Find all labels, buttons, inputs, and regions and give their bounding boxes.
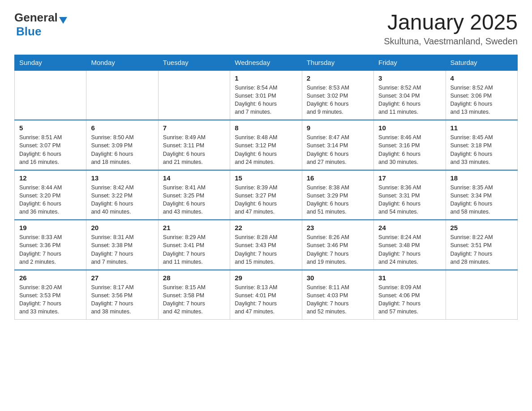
day-info: Sunrise: 8:15 AM Sunset: 3:58 PM Dayligh… [163,283,225,316]
day-number: 14 [163,174,225,182]
calendar-subtitle: Skultuna, Vaestmanland, Sweden [384,36,518,47]
day-info: Sunrise: 8:47 AM Sunset: 3:14 PM Dayligh… [307,133,369,166]
week-row-3: 12Sunrise: 8:44 AM Sunset: 3:20 PM Dayli… [15,170,518,220]
page-header: General Blue January 2025 Skultuna, Vaes… [14,11,518,47]
calendar-cell: 13Sunrise: 8:42 AM Sunset: 3:22 PM Dayli… [86,170,158,220]
day-number: 26 [19,274,82,282]
calendar-cell: 19Sunrise: 8:33 AM Sunset: 3:36 PM Dayli… [15,220,86,270]
logo: General Blue [14,11,67,39]
calendar-cell [15,70,86,120]
calendar-cell [86,70,158,120]
calendar-cell: 2Sunrise: 8:53 AM Sunset: 3:02 PM Daylig… [302,70,373,120]
day-info: Sunrise: 8:09 AM Sunset: 4:06 PM Dayligh… [378,283,441,316]
day-info: Sunrise: 8:13 AM Sunset: 4:01 PM Dayligh… [235,283,297,316]
day-info: Sunrise: 8:39 AM Sunset: 3:27 PM Dayligh… [235,184,297,216]
day-info: Sunrise: 8:51 AM Sunset: 3:07 PM Dayligh… [19,133,82,166]
day-number: 17 [378,174,441,182]
calendar-cell: 10Sunrise: 8:46 AM Sunset: 3:16 PM Dayli… [374,120,446,170]
day-number: 13 [91,174,153,182]
day-number: 4 [450,74,513,82]
day-number: 1 [235,74,297,82]
header-sunday: Sunday [15,55,86,70]
calendar-cell: 8Sunrise: 8:48 AM Sunset: 3:12 PM Daylig… [230,120,302,170]
calendar-cell: 26Sunrise: 8:20 AM Sunset: 3:53 PM Dayli… [15,270,86,320]
calendar-cell [158,70,230,120]
week-row-5: 26Sunrise: 8:20 AM Sunset: 3:53 PM Dayli… [15,270,518,320]
calendar-cell: 28Sunrise: 8:15 AM Sunset: 3:58 PM Dayli… [158,270,230,320]
day-info: Sunrise: 8:42 AM Sunset: 3:22 PM Dayligh… [91,184,153,216]
day-info: Sunrise: 8:49 AM Sunset: 3:11 PM Dayligh… [163,133,225,166]
day-number: 18 [450,174,513,182]
day-info: Sunrise: 8:52 AM Sunset: 3:04 PM Dayligh… [378,84,441,116]
calendar-cell: 17Sunrise: 8:36 AM Sunset: 3:31 PM Dayli… [374,170,446,220]
day-number: 31 [378,274,441,282]
day-number: 24 [378,224,441,231]
day-number: 27 [91,274,153,282]
calendar-cell: 18Sunrise: 8:35 AM Sunset: 3:34 PM Dayli… [446,170,517,220]
calendar-cell: 20Sunrise: 8:31 AM Sunset: 3:38 PM Dayli… [86,220,158,270]
calendar-cell: 5Sunrise: 8:51 AM Sunset: 3:07 PM Daylig… [15,120,86,170]
logo-blue-text: Blue [16,25,41,39]
day-info: Sunrise: 8:46 AM Sunset: 3:16 PM Dayligh… [378,133,441,166]
calendar-cell: 7Sunrise: 8:49 AM Sunset: 3:11 PM Daylig… [158,120,230,170]
day-number: 8 [235,124,297,132]
calendar-header: SundayMondayTuesdayWednesdayThursdayFrid… [15,55,518,70]
day-number: 10 [378,124,441,132]
calendar-cell: 27Sunrise: 8:17 AM Sunset: 3:56 PM Dayli… [86,270,158,320]
week-row-2: 5Sunrise: 8:51 AM Sunset: 3:07 PM Daylig… [15,120,518,170]
day-number: 28 [163,274,225,282]
day-number: 12 [19,174,82,182]
day-number: 30 [307,274,369,282]
day-info: Sunrise: 8:41 AM Sunset: 3:25 PM Dayligh… [163,184,225,216]
day-info: Sunrise: 8:22 AM Sunset: 3:51 PM Dayligh… [450,233,513,266]
calendar-cell: 29Sunrise: 8:13 AM Sunset: 4:01 PM Dayli… [230,270,302,320]
day-number: 23 [307,224,369,231]
calendar-cell: 25Sunrise: 8:22 AM Sunset: 3:51 PM Dayli… [446,220,517,270]
day-info: Sunrise: 8:50 AM Sunset: 3:09 PM Dayligh… [91,133,153,166]
day-number: 16 [307,174,369,182]
day-number: 6 [91,124,153,132]
calendar-cell: 16Sunrise: 8:38 AM Sunset: 3:29 PM Dayli… [302,170,373,220]
day-number: 7 [163,124,225,132]
day-info: Sunrise: 8:44 AM Sunset: 3:20 PM Dayligh… [19,184,82,216]
day-number: 20 [91,224,153,231]
header-friday: Friday [374,55,446,70]
day-info: Sunrise: 8:26 AM Sunset: 3:46 PM Dayligh… [307,233,369,266]
header-tuesday: Tuesday [158,55,230,70]
calendar-cell: 30Sunrise: 8:11 AM Sunset: 4:03 PM Dayli… [302,270,373,320]
day-number: 2 [307,74,369,82]
calendar-cell: 1Sunrise: 8:54 AM Sunset: 3:01 PM Daylig… [230,70,302,120]
day-info: Sunrise: 8:36 AM Sunset: 3:31 PM Dayligh… [378,184,441,216]
header-monday: Monday [86,55,158,70]
day-info: Sunrise: 8:20 AM Sunset: 3:53 PM Dayligh… [19,283,82,316]
calendar-cell: 4Sunrise: 8:52 AM Sunset: 3:06 PM Daylig… [446,70,517,120]
day-info: Sunrise: 8:28 AM Sunset: 3:43 PM Dayligh… [235,233,297,266]
calendar-cell: 15Sunrise: 8:39 AM Sunset: 3:27 PM Dayli… [230,170,302,220]
calendar-cell: 24Sunrise: 8:24 AM Sunset: 3:48 PM Dayli… [374,220,446,270]
logo-triangle-icon [59,17,67,24]
day-number: 21 [163,224,225,231]
header-thursday: Thursday [302,55,373,70]
calendar-cell: 12Sunrise: 8:44 AM Sunset: 3:20 PM Dayli… [15,170,86,220]
calendar-cell: 11Sunrise: 8:45 AM Sunset: 3:18 PM Dayli… [446,120,517,170]
calendar-table: SundayMondayTuesdayWednesdayThursdayFrid… [14,55,518,320]
day-info: Sunrise: 8:17 AM Sunset: 3:56 PM Dayligh… [91,283,153,316]
header-wednesday: Wednesday [230,55,302,70]
week-row-1: 1Sunrise: 8:54 AM Sunset: 3:01 PM Daylig… [15,70,518,120]
day-number: 15 [235,174,297,182]
day-info: Sunrise: 8:38 AM Sunset: 3:29 PM Dayligh… [307,184,369,216]
day-number: 25 [450,224,513,231]
header-saturday: Saturday [446,55,517,70]
calendar-cell: 9Sunrise: 8:47 AM Sunset: 3:14 PM Daylig… [302,120,373,170]
day-info: Sunrise: 8:31 AM Sunset: 3:38 PM Dayligh… [91,233,153,266]
calendar-cell [446,270,517,320]
calendar-cell: 22Sunrise: 8:28 AM Sunset: 3:43 PM Dayli… [230,220,302,270]
day-number: 5 [19,124,82,132]
day-info: Sunrise: 8:45 AM Sunset: 3:18 PM Dayligh… [450,133,513,166]
calendar-cell: 14Sunrise: 8:41 AM Sunset: 3:25 PM Dayli… [158,170,230,220]
day-info: Sunrise: 8:48 AM Sunset: 3:12 PM Dayligh… [235,133,297,166]
day-number: 19 [19,224,82,231]
calendar-cell: 3Sunrise: 8:52 AM Sunset: 3:04 PM Daylig… [374,70,446,120]
week-row-4: 19Sunrise: 8:33 AM Sunset: 3:36 PM Dayli… [15,220,518,270]
day-info: Sunrise: 8:52 AM Sunset: 3:06 PM Dayligh… [450,84,513,116]
